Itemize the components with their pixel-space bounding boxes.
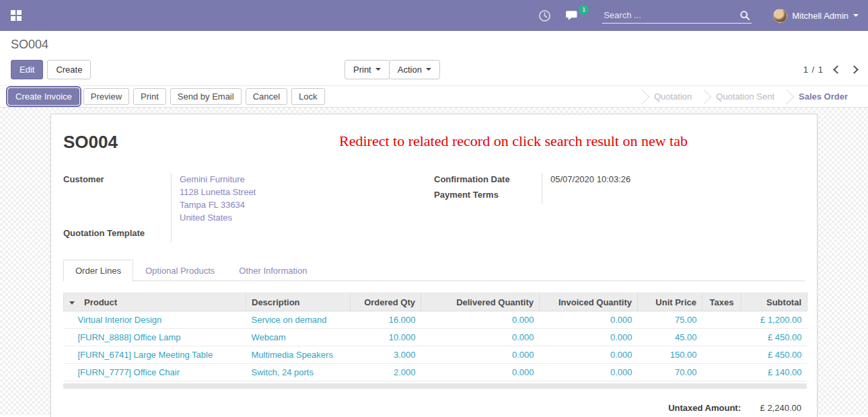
sale-order-sheet: SO004 Redirect to related record on clic… xyxy=(50,114,818,417)
control-panel: SO004 Edit Create Print Action 1 / 1 xyxy=(0,31,868,85)
customer-label: Customer xyxy=(63,173,171,227)
user-menu[interactable]: Mitchell Admin xyxy=(773,9,859,23)
state-quotation-sent[interactable]: Quotation Sent xyxy=(704,86,787,107)
untaxed-amount-label: Untaxed Amount: xyxy=(668,403,741,413)
action-dropdowns: Print Action xyxy=(345,60,440,79)
untaxed-amount-value: £ 2,240.00 xyxy=(741,403,807,413)
table-header-row: Product Description Ordered Qty Delivere… xyxy=(64,293,807,311)
payment-terms-value[interactable] xyxy=(542,188,805,204)
confirmation-date-value[interactable]: 05/07/2020 10:03:26 xyxy=(542,173,805,188)
table-row[interactable]: [FURN_8888] Office Lamp Webcam 10.000 0.… xyxy=(64,329,807,346)
notebook-tabs: Order Lines Optional Products Other Info… xyxy=(63,260,805,281)
user-name: Mitchell Admin xyxy=(792,11,848,21)
confirmation-date-label: Confirmation Date xyxy=(434,173,542,188)
activities-clock-icon[interactable] xyxy=(538,9,551,22)
column-invoiced-quantity[interactable]: Invoiced Quantity xyxy=(540,293,638,311)
create-invoice-button[interactable]: Create Invoice xyxy=(8,88,79,105)
tab-optional-products[interactable]: Optional Products xyxy=(133,260,227,281)
print-dropdown-button[interactable]: Print xyxy=(345,60,390,79)
customer-value: Gemini Furniture 1128 Lunetta Street Tam… xyxy=(171,173,434,227)
messages-icon[interactable]: 1 xyxy=(566,9,581,22)
chevron-down-icon xyxy=(375,68,381,71)
record-pager: 1 / 1 xyxy=(803,65,857,75)
cancel-button[interactable]: Cancel xyxy=(246,88,287,105)
search-input[interactable] xyxy=(604,10,739,20)
pager-next-icon[interactable] xyxy=(850,65,859,74)
breadcrumb[interactable]: SO004 xyxy=(11,38,857,52)
action-dropdown-button[interactable]: Action xyxy=(389,60,440,79)
column-subtotal[interactable]: Subtotal xyxy=(742,293,807,311)
navbar-search xyxy=(602,8,752,24)
table-row[interactable]: [FURN_7777] Office Chair Switch, 24 port… xyxy=(64,364,807,381)
column-product[interactable]: Product xyxy=(64,293,246,311)
column-unit-price[interactable]: Unit Price xyxy=(638,293,702,311)
pager-value: 1 / 1 xyxy=(803,65,824,75)
chevron-down-icon xyxy=(853,14,859,17)
preview-button[interactable]: Preview xyxy=(83,88,129,105)
chevron-down-icon xyxy=(426,68,431,71)
edit-button[interactable]: Edit xyxy=(11,60,43,79)
tab-other-information[interactable]: Other Information xyxy=(227,260,319,281)
field-groups: Customer Gemini Furniture 1128 Lunetta S… xyxy=(63,173,805,242)
state-sales-order[interactable]: Sales Order xyxy=(787,86,860,107)
table-scrollbar-track[interactable] xyxy=(63,383,807,389)
status-bar: Create Invoice Preview Print Send by Ema… xyxy=(0,85,868,108)
column-ordered-qty[interactable]: Ordered Qty xyxy=(351,293,421,311)
tab-order-lines[interactable]: Order Lines xyxy=(63,260,133,281)
red-annotation-text: Redirect to related record on click sear… xyxy=(339,132,688,150)
table-row[interactable]: [FURN_6741] Large Meeting Table Multimed… xyxy=(64,346,807,364)
pager-previous-icon[interactable] xyxy=(833,65,842,74)
table-row[interactable]: Virtual Interior Design Service on deman… xyxy=(64,311,807,329)
order-lines-table: Product Description Ordered Qty Delivere… xyxy=(63,293,805,389)
customer-name-link[interactable]: Gemini Furniture xyxy=(180,173,434,186)
apps-menu-icon[interactable] xyxy=(11,10,22,21)
customer-country[interactable]: United States xyxy=(180,211,434,224)
form-view-background: SO004 Redirect to related record on clic… xyxy=(0,108,868,415)
quotation-template-label: Quotation Template xyxy=(63,227,171,242)
column-taxes[interactable]: Taxes xyxy=(702,293,742,311)
top-navbar: 1 Mitchell Admin xyxy=(0,0,868,31)
create-button[interactable]: Create xyxy=(47,60,91,79)
column-delivered-quantity[interactable]: Delivered Quantity xyxy=(421,293,540,311)
messages-count-badge: 1 xyxy=(579,5,589,15)
statusbar-steps: Quotation Quotation Sent Sales Order xyxy=(642,86,860,107)
user-avatar xyxy=(773,9,787,23)
print-button[interactable]: Print xyxy=(133,88,166,105)
quotation-template-value[interactable] xyxy=(171,227,434,242)
list-options-caret-icon[interactable] xyxy=(69,301,75,305)
customer-city[interactable]: Tampa FL 33634 xyxy=(180,198,434,211)
customer-street[interactable]: 1128 Lunetta Street xyxy=(180,186,434,198)
state-quotation[interactable]: Quotation xyxy=(642,86,704,107)
order-totals: Untaxed Amount: £ 2,240.00 xyxy=(63,403,807,413)
lock-button[interactable]: Lock xyxy=(291,88,324,105)
search-icon[interactable] xyxy=(739,10,750,21)
send-by-email-button[interactable]: Send by Email xyxy=(170,88,242,105)
payment-terms-label: Payment Terms xyxy=(434,188,542,204)
column-description[interactable]: Description xyxy=(246,293,351,311)
